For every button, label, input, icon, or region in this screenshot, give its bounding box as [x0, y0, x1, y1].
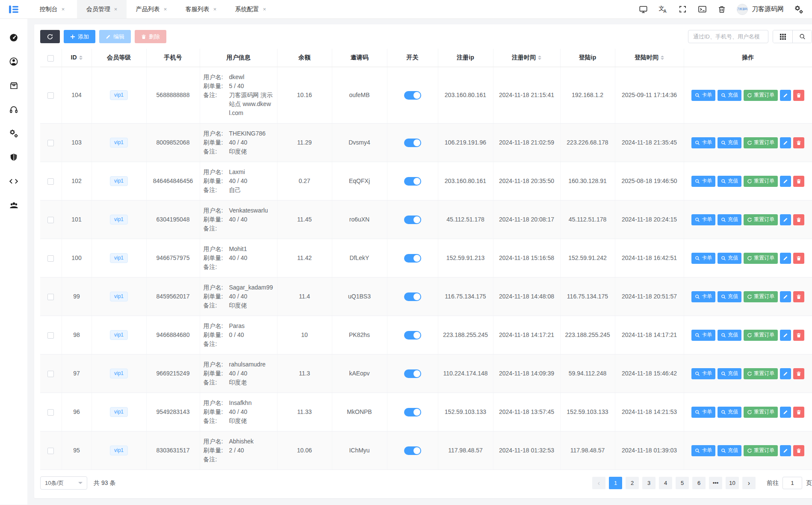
tab[interactable]: 客服列表 × [176, 0, 226, 18]
page-ellipsis[interactable]: ••• [709, 477, 722, 489]
recharge-button[interactable]: 充值 [718, 445, 741, 456]
edit-row-button[interactable] [780, 407, 791, 418]
delete-row-button[interactable] [793, 407, 804, 418]
recharge-button[interactable]: 充值 [718, 407, 741, 418]
tab-close-icon[interactable]: × [213, 6, 217, 12]
settings-gear-icon[interactable] [794, 5, 803, 14]
recharge-button[interactable]: 充值 [718, 137, 741, 148]
search-input[interactable] [688, 30, 768, 43]
status-toggle[interactable] [404, 408, 421, 416]
tab[interactable]: 控制台 × [27, 0, 77, 18]
sidebar-item-code[interactable] [0, 169, 27, 193]
page-button[interactable]: 2 [626, 477, 639, 489]
delete-row-button[interactable] [793, 368, 804, 379]
edit-row-button[interactable] [780, 214, 791, 225]
page-button[interactable]: 1 [609, 477, 622, 489]
sidebar-item-members[interactable] [0, 193, 27, 217]
page-button[interactable]: 4 [659, 477, 672, 489]
status-toggle[interactable] [404, 177, 421, 186]
edit-row-button[interactable] [780, 90, 791, 101]
sidebar-item-security[interactable] [0, 145, 27, 169]
row-checkbox[interactable] [47, 92, 54, 99]
edit-row-button[interactable] [780, 330, 791, 341]
status-toggle[interactable] [404, 331, 421, 340]
delete-row-button[interactable] [793, 137, 804, 148]
sidebar-item-settings[interactable] [0, 121, 27, 145]
column-header-reg_time[interactable]: 注册时间 [493, 49, 560, 67]
edit-row-button[interactable] [780, 291, 791, 302]
recharge-button[interactable]: 充值 [718, 214, 741, 225]
tab[interactable]: 系统配置 × [226, 0, 275, 18]
status-toggle[interactable] [404, 216, 421, 224]
row-checkbox[interactable] [47, 255, 54, 262]
tab-close-icon[interactable]: × [62, 6, 65, 12]
status-toggle[interactable] [404, 446, 421, 455]
card-order-button[interactable]: 卡单 [691, 291, 715, 302]
recharge-button[interactable]: 充值 [718, 253, 741, 264]
refresh-button[interactable] [40, 30, 60, 43]
card-order-button[interactable]: 卡单 [691, 368, 715, 379]
delete-row-button[interactable] [793, 214, 804, 225]
recharge-button[interactable]: 充值 [718, 368, 741, 379]
card-order-button[interactable]: 卡单 [691, 445, 715, 456]
reset-order-button[interactable]: 重置订单 [744, 291, 778, 302]
page-button[interactable]: 3 [642, 477, 656, 489]
row-checkbox[interactable] [47, 178, 54, 185]
card-order-button[interactable]: 卡单 [691, 407, 715, 418]
delete-button[interactable]: 删除 [135, 30, 166, 43]
column-header-login_time[interactable]: 登陆时间 [615, 49, 684, 67]
reset-order-button[interactable]: 重置订单 [744, 90, 778, 101]
edit-button[interactable]: 编辑 [99, 30, 131, 43]
tab-close-icon[interactable]: × [263, 6, 266, 12]
status-toggle[interactable] [404, 369, 421, 378]
trash-icon[interactable] [717, 5, 726, 14]
delete-row-button[interactable] [793, 90, 804, 101]
delete-row-button[interactable] [793, 445, 804, 456]
reset-order-button[interactable]: 重置订单 [744, 176, 778, 187]
tab[interactable]: 会员管理 × [77, 0, 127, 18]
page-prev-button[interactable]: ‹ [592, 477, 605, 489]
row-checkbox[interactable] [47, 371, 54, 377]
sort-icon[interactable] [538, 54, 541, 62]
page-button[interactable]: 6 [692, 477, 706, 489]
delete-row-button[interactable] [793, 253, 804, 264]
page-next-button[interactable]: › [742, 477, 756, 489]
fullscreen-icon[interactable] [678, 5, 687, 14]
search-button[interactable] [792, 30, 812, 43]
card-order-button[interactable]: 卡单 [691, 90, 715, 101]
status-toggle[interactable] [404, 254, 421, 263]
edit-row-button[interactable] [780, 368, 791, 379]
card-order-button[interactable]: 卡单 [691, 137, 715, 148]
per-page-select[interactable]: 10条/页 [40, 476, 87, 490]
sort-icon[interactable] [79, 54, 83, 62]
monitor-icon[interactable] [638, 5, 648, 14]
recharge-button[interactable]: 充值 [718, 176, 741, 187]
card-order-button[interactable]: 卡单 [691, 176, 715, 187]
sidebar-item-product[interactable] [0, 74, 27, 97]
select-all-checkbox[interactable] [47, 55, 54, 62]
row-checkbox[interactable] [47, 140, 54, 146]
recharge-button[interactable]: 充值 [718, 90, 741, 101]
user-brand[interactable]: 刀客源码 刀客源码网 [737, 4, 784, 15]
edit-row-button[interactable] [780, 176, 791, 187]
reset-order-button[interactable]: 重置订单 [744, 368, 778, 379]
row-checkbox[interactable] [47, 448, 54, 454]
row-checkbox[interactable] [47, 217, 54, 223]
translate-icon[interactable]: 文A [658, 5, 667, 14]
grid-view-button[interactable] [773, 30, 792, 43]
reset-order-button[interactable]: 重置订单 [744, 445, 778, 456]
delete-row-button[interactable] [793, 330, 804, 341]
row-checkbox[interactable] [47, 409, 54, 416]
tab-close-icon[interactable]: × [164, 6, 167, 12]
page-button[interactable]: 5 [676, 477, 689, 489]
card-order-button[interactable]: 卡单 [691, 330, 715, 341]
row-checkbox[interactable] [47, 332, 54, 339]
delete-row-button[interactable] [793, 291, 804, 302]
sidebar-item-support[interactable] [0, 97, 27, 121]
recharge-button[interactable]: 充值 [718, 291, 741, 302]
edit-row-button[interactable] [780, 137, 791, 148]
add-button[interactable]: 添加 [64, 30, 95, 43]
edit-row-button[interactable] [780, 445, 791, 456]
recharge-button[interactable]: 充值 [718, 330, 741, 341]
reset-order-button[interactable]: 重置订单 [744, 137, 778, 148]
